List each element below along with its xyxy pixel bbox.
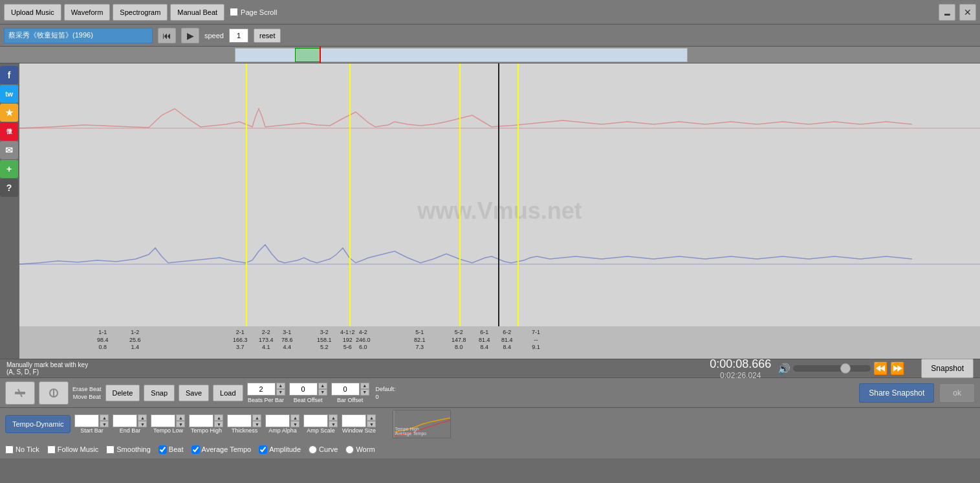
ok-button[interactable]: ok <box>939 383 975 403</box>
tempo-low-input[interactable] <box>151 414 175 427</box>
upload-music-button[interactable]: Upload Music <box>4 4 61 21</box>
beats-per-bar-input[interactable] <box>247 383 276 396</box>
tempo-low-group: ▲ ▼ Tempo Low <box>151 414 185 434</box>
toolbar-right: 🗕 ✕ <box>939 4 976 21</box>
amp-scale-input[interactable] <box>303 414 328 427</box>
play-button[interactable]: ▶ <box>181 28 199 43</box>
overview-bar[interactable] <box>0 47 980 63</box>
skip-forward-icon[interactable]: ⏩ <box>890 361 904 376</box>
beat-line-2 <box>349 63 351 326</box>
end-bar-input[interactable] <box>113 414 137 427</box>
share-snapshot-button[interactable]: Share Snapshot <box>859 383 934 403</box>
follow-music-checkbox[interactable] <box>47 445 56 454</box>
status-hint: Manually mark beat with key <box>6 361 703 368</box>
thickness-label: Thickness <box>232 427 258 434</box>
thickness-down[interactable]: ▼ <box>252 421 261 427</box>
weibo-button[interactable]: 微 <box>0 122 18 140</box>
no-tick-checkbox-label[interactable]: No Tick <box>5 445 39 454</box>
current-time: 0:00:08.666 <box>710 357 771 371</box>
waveform-button[interactable]: Waveform <box>64 4 111 21</box>
playhead-line <box>498 63 499 326</box>
manual-beat-button[interactable]: Manual Beat <box>170 4 224 21</box>
beat-offset-input[interactable] <box>289 383 318 396</box>
rewind-button[interactable]: ⏮ <box>158 28 176 43</box>
spectrogram-button[interactable]: Spectrogram <box>113 4 168 21</box>
facebook-button[interactable]: f <box>0 66 18 84</box>
minimize-button[interactable]: 🗕 <box>939 4 955 21</box>
erase-beat-icon-button[interactable] <box>5 381 35 405</box>
beats-per-bar-down[interactable]: ▼ <box>276 389 285 396</box>
snapshot-button[interactable]: Snapshot <box>921 359 974 378</box>
start-bar-input[interactable] <box>74 414 99 427</box>
page-scroll-checkbox[interactable] <box>230 8 238 16</box>
load-button[interactable]: Load <box>213 385 243 401</box>
reset-button[interactable]: reset <box>254 28 281 43</box>
skip-back-icon[interactable]: ⏪ <box>873 361 887 376</box>
beat-checkbox[interactable] <box>158 445 167 454</box>
tempo-low-up[interactable]: ▲ <box>176 414 185 421</box>
start-bar-group: ▲ ▼ Start Bar <box>74 414 109 434</box>
default-value: 0 <box>376 394 396 400</box>
move-beat-icon-button[interactable] <box>39 381 69 405</box>
twitter-button[interactable]: tw <box>0 85 18 103</box>
tempo-high-label: Tempo High <box>191 427 222 434</box>
toolbar: Upload Music Waveform Spectrogram Manual… <box>0 0 980 25</box>
window-size-input[interactable] <box>342 414 366 427</box>
speed-input[interactable] <box>229 28 248 43</box>
save-button[interactable]: Save <box>179 385 209 401</box>
waveform-area[interactable]: www.Vmus.net 1-1 98.4 0.8 1-2 25.6 1.4 2… <box>19 63 980 359</box>
start-bar-up[interactable]: ▲ <box>100 414 109 421</box>
smoothing-checkbox[interactable] <box>106 445 114 454</box>
tempo-low-down[interactable]: ▼ <box>176 421 185 427</box>
filename-input[interactable] <box>4 28 153 43</box>
tempo-high-down[interactable]: ▼ <box>214 421 223 427</box>
amp-alpha-up[interactable]: ▲ <box>290 414 299 421</box>
bar-offset-up[interactable]: ▲ <box>360 383 369 389</box>
beat-checkbox-label[interactable]: Beat <box>158 445 184 454</box>
amplitude-checkbox-label[interactable]: Amplitude <box>259 445 301 454</box>
beats-per-bar-up[interactable]: ▲ <box>276 383 285 389</box>
erase-beat-label-group: Erase Beat Move Beat <box>72 386 102 400</box>
tempo-row: Tempo-Dynamic ▲ ▼ Start Bar ▲ ▼ End Bar … <box>0 408 980 440</box>
window-size-down[interactable]: ▼ <box>367 421 376 427</box>
window-size-up[interactable]: ▲ <box>367 414 376 421</box>
help-button[interactable]: ? <box>0 179 18 197</box>
worm-checkbox-label[interactable]: Worm <box>345 445 375 454</box>
beat-offset-up[interactable]: ▲ <box>318 383 327 389</box>
close-button[interactable]: ✕ <box>959 4 976 21</box>
end-bar-up[interactable]: ▲ <box>138 414 147 421</box>
beat-label-4-1: 4-1↑2 192 5-6 <box>340 329 355 352</box>
bar-offset-down[interactable]: ▼ <box>360 389 369 396</box>
default-label: Default: <box>376 386 396 392</box>
snap-button[interactable]: Snap <box>144 385 175 401</box>
bar-offset-input[interactable] <box>331 383 360 396</box>
amp-scale-up[interactable]: ▲ <box>329 414 338 421</box>
no-tick-checkbox[interactable] <box>5 445 14 454</box>
thickness-input[interactable] <box>227 414 252 427</box>
amp-scale-down[interactable]: ▼ <box>329 421 338 427</box>
delete-button[interactable]: Delete <box>105 385 140 401</box>
follow-music-checkbox-label[interactable]: Follow Music <box>47 445 99 454</box>
start-bar-down[interactable]: ▼ <box>100 421 109 427</box>
start-bar-label: Start Bar <box>80 427 103 434</box>
tempo-high-input[interactable] <box>189 414 213 427</box>
worm-radio[interactable] <box>345 445 354 454</box>
average-tempo-checkbox-label[interactable]: Average Tempo <box>191 445 252 454</box>
end-bar-down[interactable]: ▼ <box>138 421 147 427</box>
volume-slider[interactable] <box>793 365 871 372</box>
smoothing-checkbox-label[interactable]: Smoothing <box>106 445 151 454</box>
amp-alpha-input[interactable] <box>265 414 290 427</box>
star-button[interactable]: ★ <box>0 104 18 122</box>
thickness-up[interactable]: ▲ <box>252 414 261 421</box>
curve-checkbox-label[interactable]: Curve <box>309 445 338 454</box>
beat-offset-down[interactable]: ▼ <box>318 389 327 396</box>
amp-alpha-label: Amp Alpha <box>268 427 297 434</box>
tempo-high-up[interactable]: ▲ <box>214 414 223 421</box>
amp-alpha-down[interactable]: ▼ <box>290 421 299 427</box>
mail-button[interactable]: ✉ <box>0 141 18 159</box>
average-tempo-checkbox[interactable] <box>191 445 200 454</box>
plus-button[interactable]: + <box>0 160 18 178</box>
curve-radio[interactable] <box>309 445 317 454</box>
amplitude-checkbox[interactable] <box>259 445 267 454</box>
tempo-dynamic-button[interactable]: Tempo-Dynamic <box>5 415 71 433</box>
